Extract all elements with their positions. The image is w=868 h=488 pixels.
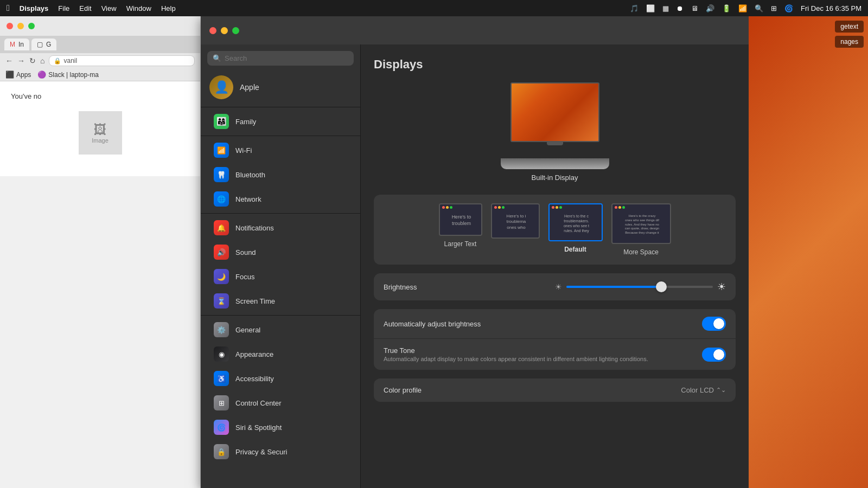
- page-title: Displays: [374, 57, 736, 72]
- sidebar-item-siri[interactable]: 🌀 Siri & Spotlight: [205, 415, 356, 439]
- menubar-app-name[interactable]: Displays: [20, 4, 48, 12]
- toggle-knob: [713, 318, 724, 329]
- true-tone-knob: [713, 349, 724, 360]
- brightness-label: Brightness: [384, 283, 555, 291]
- true-tone-toggle[interactable]: [702, 348, 726, 362]
- color-profile-value[interactable]: Color LCD ⌃⌄: [681, 386, 726, 394]
- color-profile-section: Color profile Color LCD ⌃⌄: [374, 378, 736, 402]
- search-input[interactable]: [225, 54, 348, 62]
- airplay-icon: ⬜: [646, 4, 655, 12]
- brightness-section: Brightness ☀ ☀: [374, 273, 736, 300]
- sidebar-label-wifi: Wi-Fi: [235, 146, 252, 155]
- menubar-window[interactable]: Window: [126, 4, 151, 12]
- window-max-btn[interactable]: [232, 27, 239, 34]
- bookmark-slack[interactable]: 🟣 Slack | laptop-ma: [37, 70, 99, 79]
- apple-menu-icon[interactable]: : [7, 3, 10, 13]
- res-label-larger: Larger Text: [444, 240, 477, 248]
- browser-chrome: [0, 16, 200, 36]
- display-options-section: Automatically adjust brightness True Ton…: [374, 309, 736, 370]
- auto-brightness-row: Automatically adjust brightness: [374, 309, 736, 339]
- sidebar-bottom-gap: [201, 464, 360, 468]
- menubar-left:  Displays File Edit View Window Help: [7, 3, 176, 13]
- family-icon: 👨‍👩‍👧: [214, 114, 229, 129]
- podcast-icon: 🎵: [630, 4, 639, 12]
- search-icon[interactable]: 🔍: [755, 4, 763, 12]
- right-background: getext nages: [749, 16, 868, 488]
- sidebar-item-family[interactable]: 👨‍👩‍👧 Family: [205, 110, 356, 133]
- sidebar-label-network: Network: [235, 195, 261, 203]
- res-label-default: Default: [564, 246, 586, 253]
- browser-bookmarks: ⬛ Apps 🟣 Slack | laptop-ma: [0, 68, 200, 81]
- search-bar[interactable]: 🔍: [207, 51, 354, 66]
- menubar-file[interactable]: File: [58, 4, 69, 12]
- slider-fill: [566, 286, 662, 288]
- sidebar-label-sound: Sound: [235, 248, 256, 256]
- battery-icon: 🔋: [722, 4, 731, 12]
- sidebar-item-controlcenter[interactable]: ⊞ Control Center: [205, 391, 356, 415]
- sidebar-item-wifi[interactable]: 📶 Wi-Fi: [205, 138, 356, 162]
- bookmark-apps[interactable]: ⬛ Apps: [5, 70, 31, 79]
- sound-icon: 🔊: [214, 245, 229, 260]
- slider-track[interactable]: [566, 286, 713, 288]
- sidebar-item-bluetooth[interactable]: 🦷 Bluetooth: [205, 163, 356, 187]
- slider-thumb[interactable]: [656, 281, 667, 292]
- browser-image-placeholder: 🖼 Image: [79, 111, 122, 155]
- browser-tabs: M In ▢ G: [0, 36, 200, 53]
- sidebar-label-focus: Focus: [235, 273, 254, 281]
- bluetooth-icon: 🦷: [214, 167, 229, 182]
- sidebar-label-family: Family: [235, 118, 256, 126]
- display-preview: Built-in Display: [374, 82, 736, 182]
- macbook-notch: [547, 141, 563, 145]
- sidebar-item-privacy[interactable]: 🔒 Privacy & Securi: [205, 440, 356, 464]
- nav-forward-btn[interactable]: →: [17, 56, 25, 65]
- sidebar-item-accessibility[interactable]: ♿ Accessibility: [205, 367, 356, 390]
- color-profile-chevron-icon: ⌃⌄: [716, 387, 726, 394]
- nav-home-btn[interactable]: ⌂: [40, 56, 44, 65]
- general-icon: ⚙️: [214, 322, 229, 337]
- sidebar-search-icon: 🔍: [213, 54, 221, 62]
- siri-icon[interactable]: 🌀: [784, 4, 793, 12]
- browser-tab-gmail[interactable]: M In: [4, 38, 29, 50]
- res-card-2[interactable]: Here's to itroublemaones who: [491, 203, 540, 256]
- sidebar-user-item[interactable]: 👤 Apple: [201, 70, 360, 105]
- menubar-edit[interactable]: Edit: [79, 4, 91, 12]
- browser-url-bar[interactable]: 🔒 vanil: [49, 55, 195, 66]
- sidebar-item-sound[interactable]: 🔊 Sound: [205, 240, 356, 264]
- browser-tab-g[interactable]: ▢ G: [31, 38, 56, 50]
- browser-window: M In ▢ G ← → ↻ ⌂ 🔒 vanil ⬛ Apps 🟣: [0, 16, 201, 488]
- brightness-low-icon: ☀: [555, 282, 562, 291]
- sidebar-item-notifications[interactable]: 🔔 Notifications: [205, 216, 356, 240]
- browser-min-btn[interactable]: [17, 23, 24, 29]
- window-min-btn[interactable]: [221, 27, 228, 34]
- sidebar-label-privacy: Privacy & Securi: [235, 448, 287, 456]
- control-center-icon[interactable]: ⊞: [771, 4, 777, 12]
- browser-close-btn[interactable]: [7, 23, 13, 29]
- resolution-section: Here's totroublem Larger Text: [374, 195, 736, 265]
- settings-window: 🔍 👤 Apple 👨‍👩‍👧: [201, 16, 749, 488]
- settings-titlebar: [201, 16, 749, 44]
- sidebar-divider-1: [201, 107, 360, 107]
- brightness-slider[interactable]: ☀ ☀: [555, 281, 726, 293]
- sidebar-item-focus[interactable]: 🌙 Focus: [205, 265, 356, 288]
- right-label-nages: nages: [835, 36, 864, 48]
- auto-brightness-toggle[interactable]: [702, 317, 726, 331]
- sidebar-item-general[interactable]: ⚙️ General: [205, 318, 356, 342]
- true-tone-row: True Tone Automatically adapt display to…: [374, 339, 736, 370]
- network-icon: 🌐: [214, 191, 229, 207]
- settings-main: Displays Built-in Display: [361, 44, 749, 488]
- macbook-wallpaper: [512, 84, 598, 141]
- res-card-larger[interactable]: Here's totroublem Larger Text: [439, 203, 482, 256]
- sidebar-item-screentime[interactable]: ⌛ Screen Time: [205, 289, 356, 313]
- wifi-icon: 📶: [214, 143, 229, 158]
- window-close-btn[interactable]: [209, 27, 216, 34]
- nav-refresh-btn[interactable]: ↻: [29, 56, 36, 65]
- sidebar-item-appearance[interactable]: ◉ Appearance: [205, 342, 356, 366]
- nav-back-btn[interactable]: ←: [5, 56, 13, 65]
- res-card-morespace[interactable]: Here's to the crazyones who see things d…: [611, 203, 671, 256]
- sidebar-scroll: 👤 Apple 👨‍👩‍👧 Family: [201, 70, 360, 488]
- menubar-view[interactable]: View: [101, 4, 117, 12]
- browser-max-btn[interactable]: [28, 23, 35, 29]
- res-card-default[interactable]: Here's to the ctroublemakers.ones who se…: [548, 203, 603, 256]
- sidebar-item-network[interactable]: 🌐 Network: [205, 187, 356, 211]
- menubar-help[interactable]: Help: [161, 4, 176, 12]
